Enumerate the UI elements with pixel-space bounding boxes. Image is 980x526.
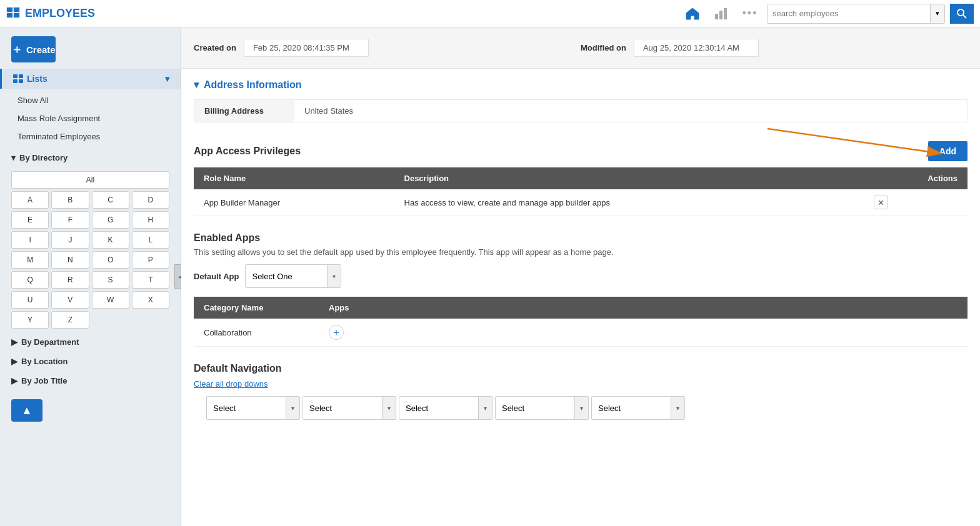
default-app-label: Default App: [194, 272, 239, 281]
modified-on-value: Aug 25, 2020 12:30:14 AM: [634, 39, 759, 57]
svg-rect-12: [13, 79, 18, 83]
nav-select-4[interactable]: Select: [592, 399, 671, 418]
search-input[interactable]: [768, 9, 930, 18]
enabled-apps-desc: This setting allows you to set the defau…: [194, 247, 968, 257]
sidebar: ＋ Create Lists ▾ Show All Mass Role Assi…: [0, 27, 181, 526]
lists-header[interactable]: Lists ▾: [0, 69, 181, 89]
dir-btn-r[interactable]: R: [51, 271, 89, 289]
svg-line-9: [963, 15, 966, 18]
dir-btn-m[interactable]: M: [11, 251, 49, 269]
role-name-cell: App Builder Manager: [194, 189, 394, 216]
address-info-expand-icon: ▾: [194, 79, 199, 91]
svg-rect-10: [13, 74, 18, 78]
billing-address-value: United States: [294, 100, 967, 122]
dir-btn-q[interactable]: Q: [11, 271, 49, 289]
nav-select-wrapper-3: Select ▾: [495, 396, 589, 420]
apps-cell: ＋: [319, 319, 968, 347]
dir-btn-g[interactable]: G: [92, 211, 129, 229]
dir-btn-z[interactable]: Z: [51, 311, 89, 329]
dir-btn-a[interactable]: A: [11, 191, 49, 209]
scroll-to-top-button[interactable]: ▲: [11, 399, 42, 422]
sidebar-list-items: Show All Mass Role Assignment Terminated…: [0, 89, 181, 148]
app-icon: [6, 7, 20, 20]
app-access-header-row: App Access Privileges Add Role Name Desc…: [181, 135, 980, 216]
create-button[interactable]: ＋ Create: [11, 36, 56, 62]
nav-select-arrow-0-icon: ▾: [286, 397, 299, 419]
layout: ＋ Create Lists ▾ Show All Mass Role Assi…: [0, 27, 980, 526]
dir-btn-n[interactable]: N: [51, 251, 89, 269]
dir-btn-s[interactable]: S: [92, 271, 129, 289]
dir-btn-l[interactable]: L: [132, 231, 169, 249]
modified-on-label: Modified on: [581, 43, 626, 52]
dir-btn-all[interactable]: All: [11, 171, 169, 189]
dir-btn-j[interactable]: J: [51, 231, 89, 249]
lists-label: Lists: [27, 74, 48, 84]
svg-rect-2: [14, 7, 19, 12]
category-apps-table: Category Name Apps Collaboration ＋: [194, 297, 968, 347]
search-dropdown-button[interactable]: ▾: [930, 4, 944, 23]
dir-btn-u[interactable]: U: [11, 291, 49, 309]
col-apps: Apps: [319, 297, 968, 319]
more-icon[interactable]: •••: [738, 2, 762, 26]
address-info-section: ▾ Address Information Billing Address Un…: [181, 69, 980, 135]
dir-btn-y[interactable]: Y: [11, 311, 49, 329]
nav-select-wrapper-2: Select ▾: [399, 396, 492, 420]
scroll-top-icon: ▲: [21, 404, 32, 417]
address-info-header[interactable]: ▾ Address Information: [194, 79, 968, 91]
app-access-title: App Access Privileges: [194, 146, 301, 157]
nav-select-3[interactable]: Select: [496, 399, 574, 418]
dir-btn-x[interactable]: X: [132, 291, 169, 309]
dir-btn-w[interactable]: W: [92, 291, 129, 309]
add-app-circle-button[interactable]: ＋: [329, 325, 344, 340]
dir-btn-t[interactable]: T: [132, 271, 169, 289]
home-icon[interactable]: [681, 2, 704, 26]
dir-btn-c[interactable]: C: [92, 191, 129, 209]
clear-dropdowns-link[interactable]: Clear all drop downs: [194, 379, 268, 396]
default-app-select-arrow-icon: ▾: [327, 265, 341, 287]
charts-icon[interactable]: [709, 2, 733, 26]
dir-btn-k[interactable]: K: [92, 231, 129, 249]
dir-btn-o[interactable]: O: [92, 251, 129, 269]
default-app-select[interactable]: Select One: [246, 268, 327, 285]
dir-btn-i[interactable]: I: [11, 231, 49, 249]
dir-btn-h[interactable]: H: [132, 211, 169, 229]
remove-button[interactable]: ✕: [874, 196, 888, 209]
col-actions: Actions: [864, 167, 968, 189]
by-department-expand-icon: ▶: [11, 337, 18, 347]
dir-btn-p[interactable]: P: [132, 251, 169, 269]
nav-select-wrapper-0: Select ▾: [206, 396, 300, 420]
app-title-text: EMPLOYEES: [25, 7, 95, 20]
search-go-button[interactable]: [950, 4, 974, 24]
by-location-header[interactable]: ▶ By Location: [0, 352, 181, 371]
by-location-label: By Location: [21, 357, 68, 366]
by-department-header[interactable]: ▶ By Department: [0, 332, 181, 352]
directory-grid: AllABCDEFGHIJKLMNOPQRSTUVWXYZ: [0, 167, 181, 332]
add-button[interactable]: Add: [928, 141, 968, 161]
app-title: EMPLOYEES: [6, 7, 95, 20]
dir-btn-v[interactable]: V: [51, 291, 89, 309]
enabled-apps-section: Enabled Apps This setting allows you to …: [181, 226, 980, 347]
nav-select-1[interactable]: Select: [303, 399, 382, 418]
nav-select-0[interactable]: Select: [207, 399, 286, 418]
dir-btn-f[interactable]: F: [51, 211, 89, 229]
dir-btn-d[interactable]: D: [132, 191, 169, 209]
sidebar-item-show-all[interactable]: Show All: [0, 91, 181, 109]
by-department-label: By Department: [21, 337, 79, 347]
dir-btn-b[interactable]: B: [51, 191, 89, 209]
collapse-sidebar-button[interactable]: ◀: [174, 264, 181, 289]
by-location-expand-icon: ▶: [11, 357, 18, 366]
top-nav: EMPLOYEES ••• ▾: [0, 0, 980, 27]
by-directory-header[interactable]: ▾ By Directory: [0, 148, 181, 167]
created-on-value: Feb 25, 2020 08:41:35 PM: [244, 39, 369, 57]
sidebar-item-mass-role[interactable]: Mass Role Assignment: [0, 109, 181, 127]
nav-select-2[interactable]: Select: [399, 399, 478, 418]
by-directory-label: By Directory: [19, 153, 68, 162]
create-icon: ＋: [11, 42, 22, 57]
svg-rect-3: [7, 13, 12, 17]
billing-address-label: Billing Address: [194, 100, 294, 122]
lists-chevron-icon: ▾: [165, 74, 169, 84]
sidebar-item-terminated[interactable]: Terminated Employees: [0, 127, 181, 146]
col-role-name: Role Name: [194, 167, 394, 189]
dir-btn-e[interactable]: E: [11, 211, 49, 229]
by-job-title-header[interactable]: ▶ By Job Title: [0, 371, 181, 390]
